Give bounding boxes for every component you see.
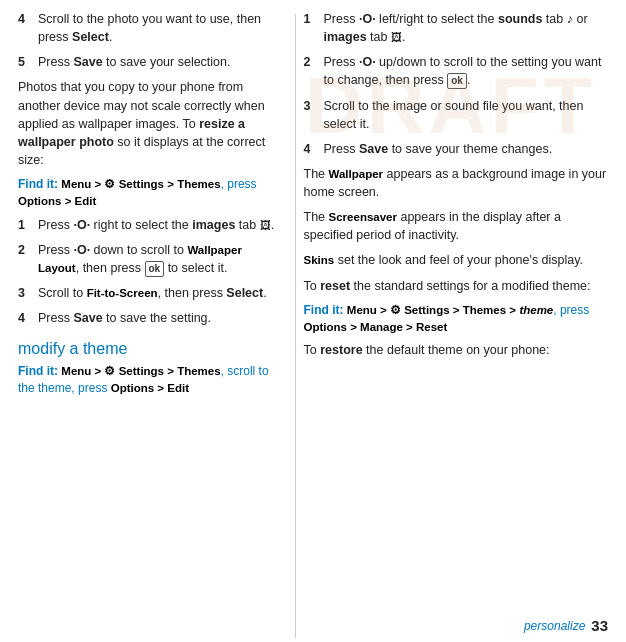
find-it-1: Find it: Menu > ⚙ Settings > Themes, pre… xyxy=(18,176,283,211)
step-number: 3 xyxy=(304,97,320,115)
reset-para: To reset the standard settings for a mod… xyxy=(304,277,610,295)
section-title-modify-theme: modify a theme xyxy=(18,337,283,360)
step-number: 1 xyxy=(18,216,34,234)
step-number: 3 xyxy=(18,284,34,302)
step-5-top: 5 Press Save to save your selection. xyxy=(18,53,283,71)
step-number: 2 xyxy=(304,53,320,71)
step-text: Scroll to the image or sound file you wa… xyxy=(324,97,610,133)
skins-para: Skins set the look and feel of your phon… xyxy=(304,251,610,269)
step-3-mid: 3 Scroll to Fit-to-Screen, then press Se… xyxy=(18,284,283,302)
step-2-right: 2 Press ·O· up/down to scroll to the set… xyxy=(304,53,610,89)
wallpaper-para: The Wallpaper appears as a background im… xyxy=(304,165,610,201)
page-number-area: personalize 33 xyxy=(524,617,608,634)
resize-para: Photos that you copy to your phone from … xyxy=(18,78,283,169)
left-column: 4 Scroll to the photo you want to use, t… xyxy=(0,10,295,642)
page-number: 33 xyxy=(591,617,608,634)
step-4-top: 4 Scroll to the photo you want to use, t… xyxy=(18,10,283,46)
step-text: Press ·O· left/right to select the sound… xyxy=(324,10,610,46)
step-number: 5 xyxy=(18,53,34,71)
screensaver-para: The Screensaver appears in the display a… xyxy=(304,208,610,244)
find-it-3: Find it: Menu > ⚙ Settings > Themes > th… xyxy=(304,302,610,337)
step-text: Press Save to save your selection. xyxy=(38,53,283,71)
step-2-mid: 2 Press ·O· down to scroll to Wallpaper … xyxy=(18,241,283,277)
step-1-mid: 1 Press ·O· right to select the images t… xyxy=(18,216,283,234)
step-text: Scroll to the photo you want to use, the… xyxy=(38,10,283,46)
step-4-mid: 4 Press Save to save the setting. xyxy=(18,309,283,327)
step-text: Press Save to save your theme changes. xyxy=(324,140,610,158)
step-number: 4 xyxy=(18,309,34,327)
step-text: Press ·O· up/down to scroll to the setti… xyxy=(324,53,610,89)
step-number: 4 xyxy=(304,140,320,158)
step-number: 2 xyxy=(18,241,34,259)
step-number: 4 xyxy=(18,10,34,28)
step-4-right: 4 Press Save to save your theme changes. xyxy=(304,140,610,158)
step-3-right: 3 Scroll to the image or sound file you … xyxy=(304,97,610,133)
step-text: Scroll to Fit-to-Screen, then press Sele… xyxy=(38,284,283,302)
find-it-2: Find it: Menu > ⚙ Settings > Themes, scr… xyxy=(18,363,283,398)
step-number: 1 xyxy=(304,10,320,28)
page-label: personalize xyxy=(524,619,585,633)
step-text: Press ·O· down to scroll to Wallpaper La… xyxy=(38,241,283,277)
restore-para: To restore the default theme on your pho… xyxy=(304,341,610,359)
step-1-right: 1 Press ·O· left/right to select the sou… xyxy=(304,10,610,46)
step-text: Press ·O· right to select the images tab… xyxy=(38,216,283,234)
step-text: Press Save to save the setting. xyxy=(38,309,283,327)
right-column: 1 Press ·O· left/right to select the sou… xyxy=(296,10,626,642)
